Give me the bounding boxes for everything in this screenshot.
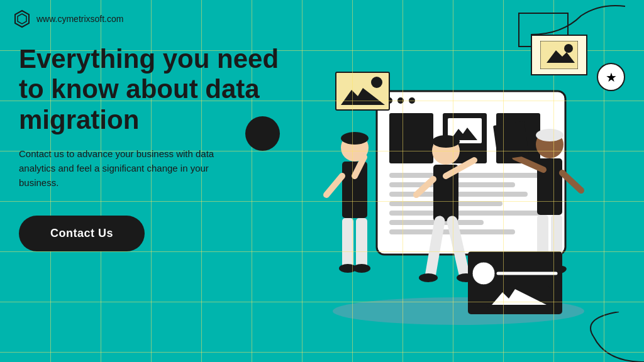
svg-rect-31 <box>356 218 367 268</box>
logo-area: www.cymetrixsoft.com <box>13 9 123 28</box>
landscape-icon <box>540 41 578 69</box>
svg-point-41 <box>419 273 438 282</box>
star-icon: ★ <box>606 70 617 85</box>
website-url: www.cymetrixsoft.com <box>36 14 123 24</box>
header-curve-deco <box>531 3 625 38</box>
svg-rect-30 <box>342 218 353 268</box>
svg-rect-19 <box>389 211 540 216</box>
svg-rect-10 <box>389 113 433 163</box>
svg-marker-1 <box>18 14 26 24</box>
star-circle-decoration: ★ <box>597 63 625 91</box>
logo-icon <box>13 9 31 28</box>
svg-point-4 <box>564 44 573 53</box>
svg-rect-15 <box>389 173 540 178</box>
svg-line-29 <box>326 176 342 195</box>
page-wrapper: www.cymetrixsoft.com Everything you need… <box>0 0 644 362</box>
svg-point-24 <box>371 77 382 88</box>
bottom-right-curve <box>569 312 644 362</box>
left-content: Everything you need to know about data m… <box>19 44 283 251</box>
svg-point-9 <box>409 97 415 104</box>
svg-point-33 <box>353 264 370 273</box>
subtitle: Contact us to advance your business with… <box>19 146 233 190</box>
contact-us-button[interactable]: Contact Us <box>19 216 145 251</box>
svg-point-35 <box>432 135 460 148</box>
main-illustration <box>279 35 638 355</box>
main-title: Everything you need to know about data m… <box>19 44 283 135</box>
image-placeholder-top-right <box>531 35 587 75</box>
svg-point-26 <box>341 132 369 145</box>
svg-rect-57 <box>493 121 529 160</box>
svg-point-8 <box>397 97 404 104</box>
header: www.cymetrixsoft.com <box>0 0 644 38</box>
svg-point-53 <box>472 262 495 285</box>
svg-point-44 <box>536 129 564 141</box>
